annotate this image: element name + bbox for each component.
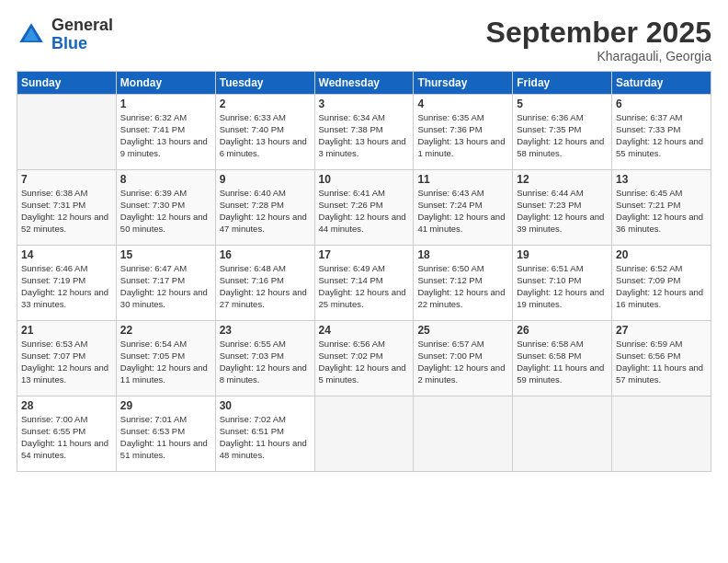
calendar-body: 1Sunrise: 6:32 AM Sunset: 7:41 PM Daylig… (17, 95, 711, 472)
day-info: Sunrise: 6:45 AM Sunset: 7:21 PM Dayligh… (616, 188, 707, 235)
day-info: Sunrise: 6:47 AM Sunset: 7:17 PM Dayligh… (120, 263, 211, 310)
calendar-cell: 21Sunrise: 6:53 AM Sunset: 7:07 PM Dayli… (17, 321, 117, 396)
col-sunday: Sunday (17, 72, 117, 95)
day-info: Sunrise: 6:55 AM Sunset: 7:03 PM Dayligh… (220, 339, 311, 385)
calendar-cell: 23Sunrise: 6:55 AM Sunset: 7:03 PM Dayli… (215, 321, 314, 396)
calendar-cell: 24Sunrise: 6:56 AM Sunset: 7:02 PM Dayli… (314, 321, 414, 396)
day-number: 8 (120, 173, 211, 186)
calendar-header: Sunday Monday Tuesday Wednesday Thursday… (17, 72, 711, 95)
calendar-cell: 13Sunrise: 6:45 AM Sunset: 7:21 PM Dayli… (612, 170, 711, 246)
day-info: Sunrise: 6:44 AM Sunset: 7:23 PM Dayligh… (517, 188, 608, 235)
header: General Blue September 2025 Kharagauli, … (17, 17, 711, 63)
day-info: Sunrise: 6:34 AM Sunset: 7:38 PM Dayligh… (319, 112, 410, 159)
day-number: 3 (319, 98, 410, 110)
calendar-week-1: 7Sunrise: 6:38 AM Sunset: 7:31 PM Daylig… (17, 170, 711, 246)
calendar-cell: 8Sunrise: 6:39 AM Sunset: 7:30 PM Daylig… (116, 170, 215, 246)
day-number: 12 (517, 173, 608, 186)
calendar-cell: 9Sunrise: 6:40 AM Sunset: 7:28 PM Daylig… (215, 170, 314, 246)
calendar-week-2: 14Sunrise: 6:46 AM Sunset: 7:19 PM Dayli… (17, 246, 711, 321)
calendar-cell: 5Sunrise: 6:36 AM Sunset: 7:35 PM Daylig… (513, 95, 612, 170)
day-info: Sunrise: 6:43 AM Sunset: 7:24 PM Dayligh… (417, 188, 508, 235)
logo: General Blue (17, 17, 113, 53)
calendar-cell: 2Sunrise: 6:33 AM Sunset: 7:40 PM Daylig… (215, 95, 314, 170)
calendar-cell: 29Sunrise: 7:01 AM Sunset: 6:53 PM Dayli… (116, 396, 215, 472)
day-info: Sunrise: 6:48 AM Sunset: 7:16 PM Dayligh… (220, 263, 311, 310)
location: Kharagauli, Georgia (486, 49, 711, 63)
calendar-cell (612, 396, 711, 472)
day-number: 26 (517, 324, 608, 337)
day-number: 24 (319, 324, 410, 337)
day-number: 14 (21, 248, 112, 261)
day-number: 10 (319, 173, 410, 186)
calendar-cell: 1Sunrise: 6:32 AM Sunset: 7:41 PM Daylig… (116, 95, 215, 170)
calendar-cell: 18Sunrise: 6:50 AM Sunset: 7:12 PM Dayli… (414, 246, 513, 321)
day-info: Sunrise: 6:59 AM Sunset: 6:56 PM Dayligh… (616, 339, 707, 385)
calendar-cell: 20Sunrise: 6:52 AM Sunset: 7:09 PM Dayli… (612, 246, 711, 321)
day-info: Sunrise: 6:52 AM Sunset: 7:09 PM Dayligh… (616, 263, 707, 310)
day-info: Sunrise: 6:35 AM Sunset: 7:36 PM Dayligh… (417, 112, 508, 159)
col-friday: Friday (513, 72, 612, 95)
day-number: 18 (417, 248, 508, 261)
calendar-cell: 7Sunrise: 6:38 AM Sunset: 7:31 PM Daylig… (17, 170, 117, 246)
day-info: Sunrise: 6:39 AM Sunset: 7:30 PM Dayligh… (120, 188, 211, 235)
day-number: 6 (616, 98, 707, 110)
col-monday: Monday (116, 72, 215, 95)
day-info: Sunrise: 6:56 AM Sunset: 7:02 PM Dayligh… (319, 339, 410, 385)
day-info: Sunrise: 6:50 AM Sunset: 7:12 PM Dayligh… (417, 263, 508, 310)
calendar-table: Sunday Monday Tuesday Wednesday Thursday… (17, 71, 711, 472)
title-block: September 2025 Kharagauli, Georgia (486, 17, 711, 63)
day-number: 20 (616, 248, 707, 261)
day-number: 29 (120, 399, 211, 412)
day-number: 16 (220, 248, 311, 261)
day-number: 19 (517, 248, 608, 261)
day-info: Sunrise: 7:00 AM Sunset: 6:55 PM Dayligh… (21, 414, 112, 461)
calendar-cell: 4Sunrise: 6:35 AM Sunset: 7:36 PM Daylig… (414, 95, 513, 170)
logo-text: General Blue (51, 17, 113, 53)
day-info: Sunrise: 6:38 AM Sunset: 7:31 PM Dayligh… (21, 188, 112, 235)
calendar-cell: 17Sunrise: 6:49 AM Sunset: 7:14 PM Dayli… (314, 246, 414, 321)
logo-general: General (51, 16, 113, 34)
day-info: Sunrise: 6:46 AM Sunset: 7:19 PM Dayligh… (21, 263, 112, 310)
calendar-cell: 15Sunrise: 6:47 AM Sunset: 7:17 PM Dayli… (116, 246, 215, 321)
month-title: September 2025 (486, 17, 711, 49)
calendar-cell (17, 95, 117, 170)
day-info: Sunrise: 6:53 AM Sunset: 7:07 PM Dayligh… (21, 339, 112, 385)
day-number: 1 (120, 98, 211, 110)
calendar-cell (414, 396, 513, 472)
header-row: Sunday Monday Tuesday Wednesday Thursday… (17, 72, 711, 95)
day-number: 17 (319, 248, 410, 261)
day-number: 30 (220, 399, 311, 412)
day-number: 23 (220, 324, 311, 337)
day-number: 22 (120, 324, 211, 337)
day-info: Sunrise: 6:58 AM Sunset: 6:58 PM Dayligh… (517, 339, 608, 385)
calendar-cell: 30Sunrise: 7:02 AM Sunset: 6:51 PM Dayli… (215, 396, 314, 472)
day-info: Sunrise: 6:32 AM Sunset: 7:41 PM Dayligh… (120, 112, 211, 159)
calendar-cell: 22Sunrise: 6:54 AM Sunset: 7:05 PM Dayli… (116, 321, 215, 396)
day-info: Sunrise: 6:40 AM Sunset: 7:28 PM Dayligh… (220, 188, 311, 235)
col-tuesday: Tuesday (215, 72, 314, 95)
logo-blue: Blue (51, 34, 87, 52)
day-info: Sunrise: 6:41 AM Sunset: 7:26 PM Dayligh… (319, 188, 410, 235)
calendar-cell: 16Sunrise: 6:48 AM Sunset: 7:16 PM Dayli… (215, 246, 314, 321)
page: General Blue September 2025 Kharagauli, … (0, 0, 728, 563)
day-number: 5 (517, 98, 608, 110)
col-thursday: Thursday (414, 72, 513, 95)
calendar-cell: 10Sunrise: 6:41 AM Sunset: 7:26 PM Dayli… (314, 170, 414, 246)
calendar-cell: 12Sunrise: 6:44 AM Sunset: 7:23 PM Dayli… (513, 170, 612, 246)
day-number: 11 (417, 173, 508, 186)
col-saturday: Saturday (612, 72, 711, 95)
calendar-cell: 6Sunrise: 6:37 AM Sunset: 7:33 PM Daylig… (612, 95, 711, 170)
day-number: 7 (21, 173, 112, 186)
calendar-cell: 25Sunrise: 6:57 AM Sunset: 7:00 PM Dayli… (414, 321, 513, 396)
col-wednesday: Wednesday (314, 72, 414, 95)
calendar-week-4: 28Sunrise: 7:00 AM Sunset: 6:55 PM Dayli… (17, 396, 711, 472)
day-info: Sunrise: 6:37 AM Sunset: 7:33 PM Dayligh… (616, 112, 707, 159)
calendar-week-3: 21Sunrise: 6:53 AM Sunset: 7:07 PM Dayli… (17, 321, 711, 396)
day-info: Sunrise: 7:02 AM Sunset: 6:51 PM Dayligh… (220, 414, 311, 461)
calendar-cell: 14Sunrise: 6:46 AM Sunset: 7:19 PM Dayli… (17, 246, 117, 321)
calendar-cell: 3Sunrise: 6:34 AM Sunset: 7:38 PM Daylig… (314, 95, 414, 170)
day-info: Sunrise: 7:01 AM Sunset: 6:53 PM Dayligh… (120, 414, 211, 461)
calendar-cell: 11Sunrise: 6:43 AM Sunset: 7:24 PM Dayli… (414, 170, 513, 246)
calendar-cell: 27Sunrise: 6:59 AM Sunset: 6:56 PM Dayli… (612, 321, 711, 396)
day-info: Sunrise: 6:54 AM Sunset: 7:05 PM Dayligh… (120, 339, 211, 385)
